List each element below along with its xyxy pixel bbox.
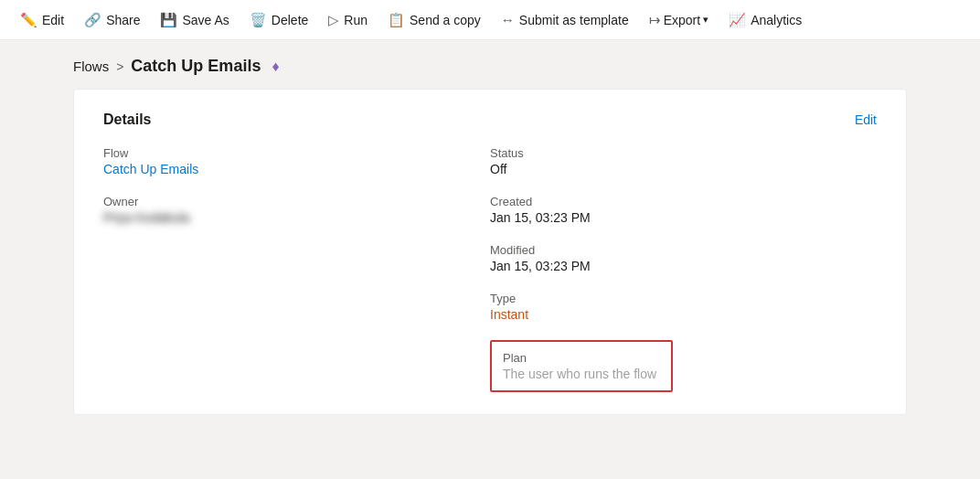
submit-template-label: Submit as template xyxy=(519,13,629,27)
type-field: Type Instant xyxy=(490,292,877,322)
run-label: Run xyxy=(344,13,368,27)
plan-value: The user who runs the flow xyxy=(503,367,660,381)
share-label: Share xyxy=(106,13,140,27)
delete-label: Delete xyxy=(272,13,308,27)
details-card: Details Edit Flow Catch Up Emails Owner … xyxy=(73,89,907,415)
analytics-icon: 📈 xyxy=(729,12,746,28)
save-as-icon: 💾 xyxy=(160,12,177,28)
plan-label: Plan xyxy=(503,351,660,365)
flow-value[interactable]: Catch Up Emails xyxy=(103,162,490,176)
send-copy-button[interactable]: 📋 Send a copy xyxy=(378,6,490,34)
type-value: Instant xyxy=(490,307,877,322)
status-field: Status Off xyxy=(490,146,877,176)
export-icon: ↦ xyxy=(649,12,661,28)
breadcrumb: Flows > Catch Up Emails ♦ xyxy=(0,40,980,89)
edit-button[interactable]: ✏️ Edit xyxy=(11,6,73,34)
toolbar: ✏️ Edit 🔗 Share 💾 Save As 🗑️ Delete ▷ Ru… xyxy=(0,0,980,40)
owner-field: Owner Priya Kodakula xyxy=(103,195,490,225)
created-label: Created xyxy=(490,195,877,208)
details-right-column: Status Off Created Jan 15, 03:23 PM Modi… xyxy=(490,146,877,392)
submit-template-button[interactable]: ↔ Submit as template xyxy=(492,6,638,33)
breadcrumb-separator: > xyxy=(116,59,123,74)
send-copy-icon: 📋 xyxy=(388,12,405,28)
run-button[interactable]: ▷ Run xyxy=(319,6,377,34)
submit-template-icon: ↔ xyxy=(501,12,515,27)
premium-icon: ♦ xyxy=(272,59,279,75)
details-title: Details xyxy=(103,112,151,128)
type-label: Type xyxy=(490,292,877,305)
delete-button[interactable]: 🗑️ Delete xyxy=(240,6,317,34)
modified-value: Jan 15, 03:23 PM xyxy=(490,259,877,273)
modified-field: Modified Jan 15, 03:23 PM xyxy=(490,243,877,273)
details-header: Details Edit xyxy=(103,112,877,128)
owner-label: Owner xyxy=(103,195,490,208)
chevron-down-icon: ▾ xyxy=(703,14,708,26)
run-icon: ▷ xyxy=(328,12,339,28)
delete-icon: 🗑️ xyxy=(250,12,267,28)
export-label: Export xyxy=(664,13,700,27)
status-label: Status xyxy=(490,146,877,160)
export-button[interactable]: ↦ Export ▾ xyxy=(640,6,718,34)
analytics-button[interactable]: 📈 Analytics xyxy=(719,6,811,34)
status-value: Off xyxy=(490,162,877,176)
created-value: Jan 15, 03:23 PM xyxy=(490,210,877,225)
save-as-label: Save As xyxy=(182,13,229,27)
edit-icon: ✏️ xyxy=(20,12,37,28)
flow-field: Flow Catch Up Emails xyxy=(103,146,490,176)
save-as-button[interactable]: 💾 Save As xyxy=(151,6,238,34)
created-field: Created Jan 15, 03:23 PM xyxy=(490,195,877,225)
breadcrumb-current: Catch Up Emails xyxy=(131,57,261,76)
flow-label: Flow xyxy=(103,146,490,160)
share-button[interactable]: 🔗 Share xyxy=(75,6,149,34)
details-grid: Flow Catch Up Emails Owner Priya Kodakul… xyxy=(103,146,877,392)
plan-field: Plan The user who runs the flow xyxy=(490,340,877,392)
breadcrumb-flows-link[interactable]: Flows xyxy=(73,59,109,74)
analytics-label: Analytics xyxy=(751,13,802,27)
details-left-column: Flow Catch Up Emails Owner Priya Kodakul… xyxy=(103,146,490,392)
modified-label: Modified xyxy=(490,243,877,257)
plan-box: Plan The user who runs the flow xyxy=(490,340,673,392)
send-copy-label: Send a copy xyxy=(410,13,481,27)
owner-value: Priya Kodakula xyxy=(103,210,490,225)
edit-label: Edit xyxy=(42,13,64,27)
share-icon: 🔗 xyxy=(84,12,101,28)
details-edit-link[interactable]: Edit xyxy=(855,112,877,127)
